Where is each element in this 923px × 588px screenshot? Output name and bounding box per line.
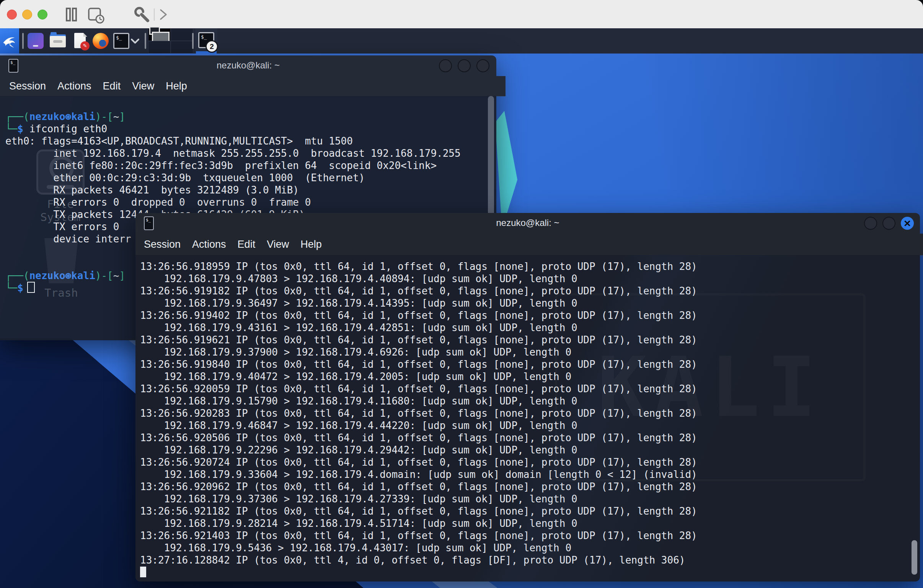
desktop-icon-file-system[interactable]: File System (34, 149, 87, 224)
panel-separator (192, 33, 194, 49)
trash-icon (42, 238, 80, 283)
taskbar-terminal-button[interactable]: $_ 2 (195, 28, 217, 54)
terminal-launcher-icon[interactable]: $_ (113, 33, 129, 49)
desktop-icon-trash[interactable]: Trash (38, 238, 84, 299)
maximize-button[interactable] (882, 217, 895, 230)
window-title: nezuko@kali: ~ (0, 60, 496, 71)
menu-item[interactable]: Help (301, 239, 322, 251)
menu-item[interactable]: View (132, 80, 154, 92)
terminal-content[interactable]: KALI 13:26:56.918959 IP (tos 0x0, ttl 64… (135, 255, 920, 581)
window-titlebar[interactable]: $_ nezuko@kali: ~ ✕ (135, 213, 920, 234)
vm-window: ✎ $_ $_ 2 (0, 0, 923, 588)
terminal-output-line: 13:26:56.921403 IP (tos 0x0, ttl 64, id … (140, 529, 920, 542)
window-count-badge: 2 (205, 40, 218, 53)
window-titlebar[interactable]: $_ nezuko@kali: ~ (0, 56, 496, 76)
settings-wrench-icon[interactable] (134, 7, 151, 24)
kali-logo-icon (2, 33, 17, 49)
terminal-output-line: eth0: flags=4163<UP,BROADCAST,RUNNING,MU… (5, 135, 496, 147)
menu-item[interactable]: Actions (192, 239, 226, 251)
snapshots-icon[interactable] (87, 7, 106, 24)
desktop-icon-label: File System (34, 198, 87, 224)
menu-bar: SessionActionsEditViewHelp (0, 76, 506, 97)
terminal-output-line: 13:26:56.918959 IP (tos 0x0, ttl 64, id … (140, 260, 920, 273)
menu-item[interactable]: Edit (103, 80, 121, 92)
close-window-button[interactable] (7, 10, 17, 20)
menu-item[interactable]: Session (144, 239, 181, 251)
menu-bar: SessionActionsEditViewHelp (135, 234, 923, 256)
maximize-button[interactable] (458, 59, 471, 72)
firefox-icon[interactable] (93, 33, 109, 49)
minimize-window-button[interactable] (22, 10, 32, 20)
terminal-output-line: 192.168.179.9.37306 > 192.168.179.4.2733… (140, 493, 920, 505)
menu-item[interactable]: Edit (238, 239, 256, 251)
pause-vm-icon[interactable] (64, 7, 79, 22)
text-cursor (140, 567, 146, 577)
chevron-down-icon[interactable] (130, 38, 140, 45)
prompt-line-2: └─$ ifconfig eth0 (5, 123, 496, 135)
minimize-button[interactable] (439, 59, 452, 72)
toolbar-divider (154, 8, 154, 21)
workspace-cell-active[interactable] (148, 28, 171, 41)
pencil-badge-icon: ✎ (80, 41, 90, 51)
minimize-button[interactable] (864, 217, 877, 230)
text-editor-icon[interactable]: ✎ (74, 33, 87, 49)
menu-item[interactable]: View (267, 239, 289, 251)
terminal-output-line: 13:27:16.128842 IP (tos 0x0, ttl 4, id 0… (140, 554, 920, 566)
menu-item[interactable]: Help (166, 80, 187, 92)
kali-watermark: KALI (555, 293, 866, 482)
file-manager-icon[interactable] (50, 34, 66, 49)
panel-separator (22, 33, 24, 49)
command-text: ifconfig eth0 (30, 123, 108, 134)
terminal-window-front: $_ nezuko@kali: ~ ✕ SessionActionsEditVi… (135, 213, 920, 581)
kali-menu-button[interactable] (0, 28, 19, 54)
zoom-window-button[interactable] (38, 10, 48, 20)
menu-item[interactable]: Actions (57, 80, 92, 92)
cursor-line (140, 566, 920, 578)
terminal-output-line: 192.168.179.9.28214 > 192.168.179.4.5171… (140, 517, 920, 529)
close-button[interactable]: ✕ (901, 217, 914, 230)
window-title: nezuko@kali: ~ (135, 218, 920, 228)
workspace-cell[interactable] (171, 41, 193, 54)
prompt-line-1: ┌──(nezuko⊛kali)-[~] (5, 110, 496, 123)
panel-separator (145, 33, 146, 49)
close-button[interactable] (476, 59, 489, 72)
workspace-cell[interactable] (171, 28, 193, 41)
kali-panel: ✎ $_ $_ 2 (0, 28, 923, 54)
app-launcher-icon[interactable] (28, 33, 44, 49)
terminal-output-line: 192.168.179.9.47803 > 192.168.179.4.4089… (140, 273, 920, 285)
terminal-output-line: 13:26:56.920962 IP (tos 0x0, ttl 64, id … (140, 481, 920, 493)
desktop-icon-label: Trash (38, 287, 84, 299)
expand-toolbar-icon[interactable] (158, 7, 169, 22)
hard-drive-icon (36, 149, 85, 195)
workspace-cell[interactable] (148, 41, 171, 54)
workspace-pager[interactable] (148, 28, 193, 54)
vm-titlebar (0, 0, 923, 29)
terminal-output-line: 192.168.179.9.5436 > 192.168.179.4.43017… (140, 542, 920, 554)
text-cursor (27, 282, 35, 293)
scrollbar-thumb[interactable] (912, 540, 917, 575)
menu-item[interactable]: Session (9, 80, 46, 92)
terminal-output-line: 13:26:56.921182 IP (tos 0x0, ttl 64, id … (140, 505, 920, 517)
